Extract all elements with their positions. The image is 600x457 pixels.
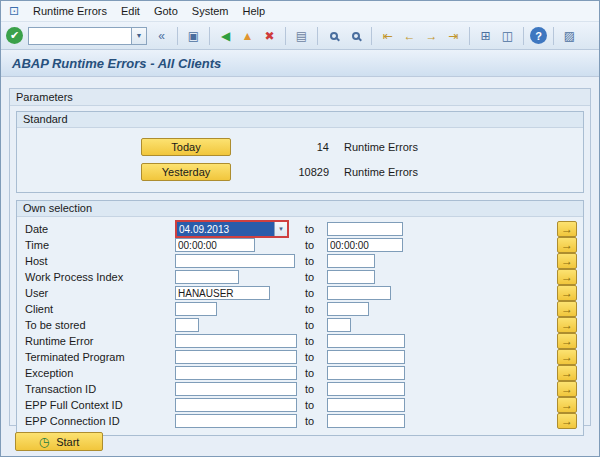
to-be-stored-from-input[interactable] <box>175 318 199 332</box>
command-dropdown-icon[interactable]: ▼ <box>132 27 147 45</box>
work-process-index-from-input[interactable] <box>175 270 239 284</box>
first-page-icon[interactable]: ⇤ <box>378 26 397 45</box>
menubar: ⊡ Runtime ErrorsEditGotoSystemHelp <box>1 1 599 22</box>
runtime-error-from-input[interactable] <box>175 334 297 348</box>
transaction-id-multiselect-button[interactable]: → <box>557 381 577 397</box>
today-runtime-errors-count: 14 <box>231 141 329 153</box>
exit-icon[interactable]: ▲ <box>238 26 257 45</box>
transaction-id-from-input[interactable] <box>175 382 297 396</box>
epp-full-context-id-multiselect-button[interactable]: → <box>557 397 577 413</box>
own-selection-group-title: Own selection <box>17 201 583 217</box>
command-input[interactable] <box>28 27 132 45</box>
terminated-program-from-input[interactable] <box>175 350 297 364</box>
yesterday-button[interactable]: Yesterday <box>141 163 231 181</box>
exception-from-input[interactable] <box>175 366 297 380</box>
terminated-program-to-input[interactable] <box>327 350 405 364</box>
to-label: to <box>303 271 327 283</box>
selection-row-user: Userto→ <box>25 285 578 301</box>
start-button-label: Start <box>56 436 79 448</box>
toolbar: ✔ ▼ «▣◀▲✖▤⇤←→⇥⊞◫?▨ <box>1 22 599 50</box>
host-multiselect-button[interactable]: → <box>557 253 577 269</box>
customize-layout-icon[interactable]: ▨ <box>560 26 579 45</box>
user-to-input[interactable] <box>327 286 391 300</box>
print-icon[interactable]: ▤ <box>292 26 311 45</box>
work-process-index-to-input[interactable] <box>327 270 375 284</box>
focus-highlight: ▼ <box>175 220 289 238</box>
exception-multiselect-button[interactable]: → <box>557 365 577 381</box>
epp-full-context-id-to-input[interactable] <box>327 398 405 412</box>
menu-item-runtime-errors[interactable]: Runtime Errors <box>26 3 114 19</box>
next-page-icon[interactable]: → <box>422 26 441 45</box>
client-label: Client <box>25 303 175 315</box>
epp-connection-id-label: EPP Connection ID <box>25 415 175 427</box>
epp-connection-id-to-input[interactable] <box>327 414 405 428</box>
time-to-input[interactable] <box>327 238 403 252</box>
toolbar-separator <box>317 27 318 45</box>
user-multiselect-button[interactable]: → <box>557 285 577 301</box>
client-from-input[interactable] <box>175 302 217 316</box>
client-to-input[interactable] <box>327 302 369 316</box>
create-shortcut-icon[interactable]: ◫ <box>498 26 517 45</box>
selection-row-date: Date▼to→ <box>25 221 578 237</box>
runtime-error-to-input[interactable] <box>327 334 405 348</box>
epp-connection-id-multiselect-button[interactable]: → <box>557 413 577 429</box>
epp-full-context-id-label: EPP Full Context ID <box>25 399 175 411</box>
user-label: User <box>25 287 175 299</box>
toolbar-icons: «▣◀▲✖▤⇤←→⇥⊞◫?▨ <box>152 26 579 45</box>
epp-connection-id-from-input[interactable] <box>175 414 297 428</box>
previous-page-icon[interactable]: ← <box>400 26 419 45</box>
time-multiselect-button[interactable]: → <box>557 237 577 253</box>
runtime-error-multiselect-button[interactable]: → <box>557 333 577 349</box>
help-icon[interactable]: ? <box>530 27 547 44</box>
new-session-icon[interactable]: ⊞ <box>476 26 495 45</box>
enter-icon[interactable]: ✔ <box>6 27 23 44</box>
collapse-command-icon[interactable]: « <box>152 26 171 45</box>
find-next-icon[interactable] <box>346 26 365 45</box>
find-icon[interactable] <box>324 26 343 45</box>
transaction-id-to-input[interactable] <box>327 382 405 396</box>
date-from-input[interactable] <box>177 222 274 236</box>
to-label: to <box>303 367 327 379</box>
date-to-input[interactable] <box>327 222 403 236</box>
to-be-stored-to-input[interactable] <box>327 318 351 332</box>
client-multiselect-button[interactable]: → <box>557 301 577 317</box>
today-button[interactable]: Today <box>141 138 231 156</box>
standard-groupbox: Standard Today14Runtime ErrorsYesterday1… <box>16 111 584 193</box>
cancel-icon[interactable]: ✖ <box>260 26 279 45</box>
system-menu-icon[interactable]: ⊡ <box>5 4 23 19</box>
runtime-error-label: Runtime Error <box>25 335 175 347</box>
menu-item-help[interactable]: Help <box>235 3 272 19</box>
to-be-stored-multiselect-button[interactable]: → <box>557 317 577 333</box>
menu-item-edit[interactable]: Edit <box>114 3 147 19</box>
time-from-input[interactable] <box>175 238 255 252</box>
toolbar-separator <box>177 27 178 45</box>
terminated-program-label: Terminated Program <box>25 351 175 363</box>
save-icon[interactable]: ▣ <box>184 26 203 45</box>
menu-item-system[interactable]: System <box>185 3 236 19</box>
selection-row-time: Timeto→ <box>25 237 578 253</box>
screen-content: Parameters Standard Today14Runtime Error… <box>1 77 599 456</box>
selection-row-to-be-stored: To be storedto→ <box>25 317 578 333</box>
date-multiselect-button[interactable]: → <box>557 221 577 237</box>
menu-item-goto[interactable]: Goto <box>147 3 185 19</box>
user-from-input[interactable] <box>175 286 270 300</box>
back-icon[interactable]: ◀ <box>216 26 235 45</box>
date-picker-icon[interactable]: ▼ <box>274 222 287 236</box>
to-label: to <box>303 399 327 411</box>
standard-row-today: Today14Runtime Errors <box>23 135 577 158</box>
selection-row-transaction-id: Transaction IDto→ <box>25 381 578 397</box>
exception-to-input[interactable] <box>327 366 405 380</box>
transaction-id-label: Transaction ID <box>25 383 175 395</box>
parameters-body: Standard Today14Runtime ErrorsYesterday1… <box>10 106 590 425</box>
to-label: to <box>303 239 327 251</box>
terminated-program-multiselect-button[interactable]: → <box>557 349 577 365</box>
to-label: to <box>303 319 327 331</box>
toolbar-separator <box>285 27 286 45</box>
start-button[interactable]: ◷ Start <box>15 432 103 451</box>
epp-full-context-id-from-input[interactable] <box>175 398 297 412</box>
to-label: to <box>303 287 327 299</box>
last-page-icon[interactable]: ⇥ <box>444 26 463 45</box>
host-to-input[interactable] <box>327 254 375 268</box>
work-process-index-multiselect-button[interactable]: → <box>557 269 577 285</box>
host-from-input[interactable] <box>175 254 295 268</box>
